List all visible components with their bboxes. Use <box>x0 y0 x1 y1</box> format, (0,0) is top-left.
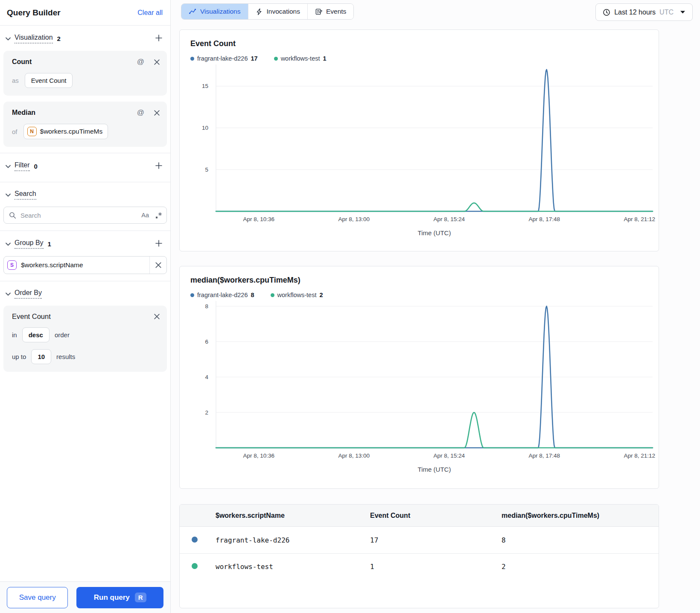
chart-title: Event Count <box>190 39 659 48</box>
svg-text:6: 6 <box>205 339 208 345</box>
legend-dot-icon <box>274 57 278 61</box>
order-by-field: Event Count <box>12 312 51 321</box>
in-label: in <box>12 331 17 339</box>
median-remove-button[interactable] <box>154 110 160 116</box>
svg-text:10: 10 <box>202 125 208 131</box>
add-visualization-button[interactable] <box>154 33 163 44</box>
chart-legend: fragrant-lake-d22617workflows-test1 <box>190 55 659 62</box>
line-chart-icon <box>189 8 196 15</box>
time-range-label: Last 12 hours <box>614 9 656 16</box>
table-row[interactable]: fragrant-lake-d226178 <box>180 527 659 553</box>
legend-dot-icon <box>190 57 194 61</box>
add-group-by-button[interactable] <box>154 239 163 249</box>
count-mention-button[interactable]: @ <box>137 58 144 66</box>
median-mention-button[interactable]: @ <box>137 108 144 117</box>
up-to-label: up to <box>12 353 26 360</box>
chevron-down-icon[interactable] <box>5 291 11 297</box>
event-count-chart: 51015Apr 8, 10:36Apr 8, 13:00Apr 8, 15:2… <box>180 64 659 239</box>
tab-visualizations[interactable]: Visualizations <box>181 4 248 19</box>
add-filter-button[interactable] <box>154 161 163 172</box>
clock-icon <box>603 9 610 16</box>
regex-toggle[interactable] <box>155 212 162 219</box>
page-title: Query Builder <box>7 8 61 18</box>
column-median: median($workers.cpuTimeMs) <box>502 512 659 520</box>
chevron-down-icon[interactable] <box>5 192 11 198</box>
svg-text:15: 15 <box>202 83 208 89</box>
of-label: of <box>12 128 18 135</box>
search-box: Aa <box>3 207 167 224</box>
legend-item[interactable]: workflows-test2 <box>271 292 323 298</box>
sidebar-footer: Save query Run query R <box>0 581 170 613</box>
results-table: $workers.scriptName Event Count median($… <box>179 504 659 608</box>
match-case-toggle[interactable]: Aa <box>141 212 149 219</box>
query-builder-sidebar: Query Builder Clear all Visualization 2 … <box>0 0 171 613</box>
order-label: order <box>55 331 70 339</box>
svg-text:8: 8 <box>205 303 208 309</box>
visualization-section-label: Visualization <box>15 34 53 44</box>
median-visualization-card: Median @ of N $workers.cpuTimeMs <box>3 102 167 147</box>
tab-events[interactable]: Events <box>307 4 353 19</box>
count-remove-button[interactable] <box>154 59 160 65</box>
visualization-count: 2 <box>57 35 61 42</box>
run-query-button[interactable]: Run query R <box>76 587 163 608</box>
limit-input[interactable]: 10 <box>31 349 51 364</box>
group-by-section-header: Group By 1 <box>0 231 170 254</box>
run-shortcut-badge: R <box>135 593 146 602</box>
table-row[interactable]: workflows-test12 <box>180 553 659 580</box>
remove-order-by-button[interactable] <box>154 313 160 320</box>
group-by-field-selector[interactable]: S $workers.scriptName <box>4 260 149 270</box>
search-section-label: Search <box>15 190 36 200</box>
search-icon <box>9 212 16 219</box>
order-by-section-header: Order By <box>0 281 170 303</box>
save-query-button[interactable]: Save query <box>7 587 68 608</box>
time-range-selector[interactable]: Last 12 hours UTC <box>595 3 693 21</box>
cell-median: 8 <box>502 536 659 544</box>
median-card-title: Median <box>12 109 35 117</box>
legend-item[interactable]: workflows-test1 <box>274 55 327 62</box>
sort-direction-button[interactable]: desc <box>22 327 50 342</box>
tab-label: Events <box>326 8 346 15</box>
view-tabs: Visualizations Invocations Events <box>181 3 354 20</box>
count-alias-button[interactable]: Event Count <box>25 73 73 88</box>
median-field-selector[interactable]: N $workers.cpuTimeMs <box>23 124 108 139</box>
series-dot-icon <box>192 563 198 569</box>
plus-icon <box>155 239 163 247</box>
svg-text:Time (UTC): Time (UTC) <box>418 229 451 236</box>
topbar: Visualizations Invocations Events Last 1… <box>181 3 700 21</box>
order-by-card: Event Count in desc order up to 10 resul… <box>3 306 167 372</box>
svg-text:Apr 8, 15:24: Apr 8, 15:24 <box>434 216 465 222</box>
chevron-down-icon[interactable] <box>5 241 11 247</box>
close-icon <box>155 262 162 269</box>
legend-item[interactable]: fragrant-lake-d2268 <box>190 292 254 298</box>
median-chart-card: median($workers.cpuTimeMs) fragrant-lake… <box>179 266 659 489</box>
cell-median: 2 <box>502 563 659 571</box>
svg-text:Apr 8, 21:12: Apr 8, 21:12 <box>624 216 656 222</box>
svg-text:5: 5 <box>205 166 208 173</box>
run-query-label: Run query <box>94 593 130 602</box>
group-by-count: 1 <box>48 240 51 248</box>
tab-invocations[interactable]: Invocations <box>248 4 307 19</box>
remove-group-by-button[interactable] <box>149 257 166 274</box>
legend-series-name: workflows-test <box>277 292 317 298</box>
events-note-icon <box>315 8 322 15</box>
cell-script-name: workflows-test <box>216 563 370 571</box>
series-dot-icon <box>192 537 198 543</box>
count-visualization-card: Count @ as Event Count <box>3 51 167 96</box>
app-root: Query Builder Clear all Visualization 2 … <box>0 0 700 613</box>
legend-item[interactable]: fragrant-lake-d22617 <box>190 55 258 62</box>
clear-all-button[interactable]: Clear all <box>137 9 163 17</box>
results-label: results <box>56 353 75 360</box>
chevron-down-icon[interactable] <box>5 163 11 169</box>
cell-event-count: 17 <box>370 536 502 544</box>
chevron-down-icon[interactable] <box>5 36 11 42</box>
filter-section-label: Filter <box>15 161 30 171</box>
plus-icon <box>155 34 163 42</box>
search-input[interactable] <box>20 212 141 219</box>
legend-series-value: 8 <box>251 292 254 298</box>
svg-text:Apr 8, 17:48: Apr 8, 17:48 <box>529 216 560 222</box>
visualization-section-header: Visualization 2 <box>0 26 170 48</box>
at-icon: @ <box>137 58 144 66</box>
at-icon: @ <box>137 108 144 117</box>
regex-icon <box>155 212 162 219</box>
cell-script-name: fragrant-lake-d226 <box>216 536 370 544</box>
